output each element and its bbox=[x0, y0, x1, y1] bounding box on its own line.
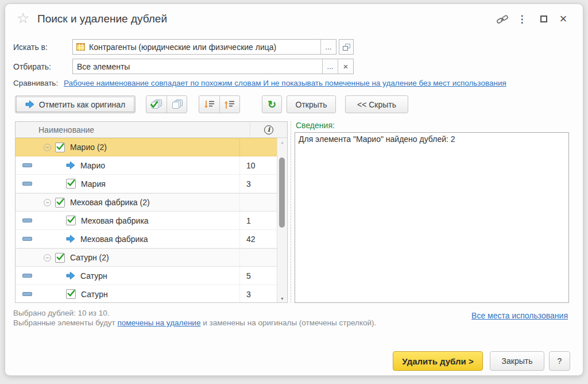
search-in-value: Контрагенты (юридические или физические … bbox=[85, 43, 320, 52]
table-row[interactable]: Марио10 bbox=[16, 156, 277, 175]
search-in-choose-button[interactable]: ... bbox=[320, 40, 336, 54]
checkbox-checked-icon[interactable] bbox=[55, 253, 65, 263]
search-in-label: Искать в: bbox=[13, 43, 48, 52]
compare-settings-link[interactable]: Рабочее наименование совпадает по похожи… bbox=[64, 79, 506, 87]
uncheck-all-icon bbox=[172, 99, 183, 109]
info-column-icon[interactable]: i bbox=[264, 125, 273, 135]
sort-ascending-button[interactable] bbox=[219, 96, 239, 113]
row-marker-cell bbox=[16, 218, 38, 222]
delete-duplicates-button[interactable]: Удалить дубли > bbox=[393, 351, 483, 371]
row-usage-count: 42 bbox=[240, 235, 277, 244]
table-row[interactable]: Меховая фабрика42 bbox=[16, 230, 277, 248]
get-link-icon[interactable] bbox=[494, 12, 510, 26]
all-usage-locations-link[interactable]: Все места использования bbox=[471, 311, 568, 320]
details-text-area[interactable]: Для элемента "Марио" найдено дублей: 2 bbox=[295, 132, 569, 303]
sort-button-group bbox=[199, 95, 240, 113]
catalog-icon bbox=[76, 43, 85, 51]
table-row[interactable]: Сатурн5 bbox=[16, 267, 277, 285]
panel-splitter[interactable] bbox=[291, 121, 291, 303]
row-name-cell: Меховая фабрика bbox=[38, 212, 240, 229]
mark-as-original-button[interactable]: Отметить как оригинал bbox=[15, 95, 136, 113]
help-button[interactable]: ? bbox=[549, 351, 570, 371]
favorite-star-icon[interactable]: ☆ bbox=[17, 10, 29, 26]
maximize-icon[interactable] bbox=[536, 12, 552, 26]
table-header[interactable]: Наименование i bbox=[16, 122, 287, 138]
sort-ascending-icon bbox=[224, 99, 235, 110]
compare-row: Сравнивать: Рабочее наименование совпада… bbox=[13, 79, 576, 87]
details-text: Для элемента "Марио" найдено дублей: 2 bbox=[299, 135, 455, 144]
row-name-cell: Меховая фабрика bbox=[38, 230, 240, 248]
name-column-header[interactable]: Наименование bbox=[38, 125, 94, 135]
duplicate-dash-icon bbox=[22, 274, 32, 278]
delete-duplicates-label: Удалить дубли > bbox=[402, 356, 473, 366]
table-row[interactable]: Сатурн (2) bbox=[16, 248, 277, 267]
table-row[interactable]: Меховая фабрика1 bbox=[16, 212, 277, 230]
check-all-button[interactable] bbox=[146, 96, 167, 113]
table-row[interactable]: Мария3 bbox=[16, 175, 277, 193]
scroll-down-icon[interactable]: ▼ bbox=[277, 294, 287, 302]
filter-clear-button[interactable]: × bbox=[338, 59, 353, 74]
duplicate-dash-icon bbox=[22, 182, 32, 186]
filter-field[interactable]: Все элементы ... × bbox=[72, 59, 354, 74]
scrollbar-thumb[interactable] bbox=[279, 158, 285, 228]
table-row[interactable]: Марио (2) bbox=[16, 138, 277, 156]
original-arrow-icon bbox=[66, 235, 75, 243]
row-name-cell: Сатурн bbox=[38, 285, 240, 302]
sort-descending-button[interactable] bbox=[199, 96, 219, 113]
check-all-icon bbox=[151, 99, 162, 109]
row-label: Сатурн bbox=[81, 290, 108, 299]
uncheck-all-button[interactable] bbox=[167, 96, 187, 113]
checkbox-checked-icon[interactable] bbox=[55, 198, 65, 208]
collapse-icon[interactable] bbox=[44, 144, 51, 151]
more-menu-icon[interactable]: ⋮ bbox=[514, 12, 530, 26]
table-row[interactable]: Меховая фабрика (2) bbox=[16, 193, 277, 212]
checkbox-checked-icon[interactable] bbox=[66, 216, 76, 225]
refresh-button[interactable]: ↻ bbox=[262, 95, 282, 113]
original-arrow-icon bbox=[25, 100, 34, 109]
checkbox-checked-icon[interactable] bbox=[66, 179, 76, 189]
open-in-window-button[interactable] bbox=[339, 39, 354, 55]
hide-panel-button[interactable]: << Скрыть bbox=[345, 95, 408, 113]
open-in-window-icon bbox=[343, 44, 350, 51]
filter-choose-button[interactable]: ... bbox=[322, 59, 338, 74]
checkbox-checked-icon[interactable] bbox=[66, 289, 76, 299]
row-marker-cell bbox=[16, 237, 38, 241]
table-scrollbar[interactable]: ▲ ▼ bbox=[277, 138, 287, 302]
collapse-icon[interactable] bbox=[44, 199, 51, 206]
row-label: Меховая фабрика bbox=[80, 235, 148, 244]
open-button-label: Открыть bbox=[296, 100, 327, 109]
duplicates-window: ☆ Поиск и удаление дублей ⋮ × Искать в: bbox=[5, 3, 583, 376]
table-row[interactable]: Сатурн3 bbox=[16, 285, 277, 302]
row-marker-cell bbox=[16, 182, 38, 186]
row-label: Марио (2) bbox=[70, 143, 107, 152]
row-label: Меховая фабрика bbox=[81, 216, 149, 225]
mark-as-original-label: Отметить как оригинал bbox=[39, 100, 125, 109]
original-arrow-icon bbox=[66, 271, 75, 280]
title-bar: ☆ Поиск и удаление дублей ⋮ × bbox=[5, 4, 583, 33]
search-in-field[interactable]: Контрагенты (юридические или физические … bbox=[72, 39, 336, 55]
checkbox-checked-icon[interactable] bbox=[55, 143, 65, 152]
close-button[interactable]: Закрыть bbox=[490, 351, 544, 371]
close-button-label: Закрыть bbox=[502, 356, 533, 366]
original-arrow-icon bbox=[66, 161, 75, 170]
row-usage-count: 1 bbox=[240, 216, 277, 225]
duplicate-dash-icon bbox=[22, 292, 32, 296]
scroll-up-icon[interactable]: ▲ bbox=[277, 138, 287, 146]
checkbox-button-group bbox=[146, 95, 187, 113]
row-name-cell: Марио (2) bbox=[38, 139, 240, 156]
collapse-icon[interactable] bbox=[44, 254, 51, 262]
desktop-background: ☆ Поиск и удаление дублей ⋮ × Искать в: bbox=[0, 0, 588, 384]
close-icon[interactable]: × bbox=[555, 12, 571, 26]
row-label: Сатурн (2) bbox=[70, 253, 109, 262]
row-marker-cell bbox=[16, 274, 38, 278]
details-label: Сведения: bbox=[296, 121, 335, 130]
row-label: Марио bbox=[80, 161, 105, 170]
toolbar: Отметить как оригинал bbox=[5, 95, 583, 114]
row-usage-count: 10 bbox=[240, 161, 277, 170]
filter-label: Отбирать: bbox=[13, 62, 51, 71]
row-name-cell: Меховая фабрика (2) bbox=[38, 194, 240, 211]
row-marker-cell bbox=[16, 163, 38, 167]
marked-for-deletion-link[interactable]: помечены на удаление bbox=[118, 318, 201, 327]
open-button[interactable]: Открыть bbox=[287, 95, 336, 113]
status-line2-before: Выбранные элементы будут bbox=[13, 318, 118, 327]
